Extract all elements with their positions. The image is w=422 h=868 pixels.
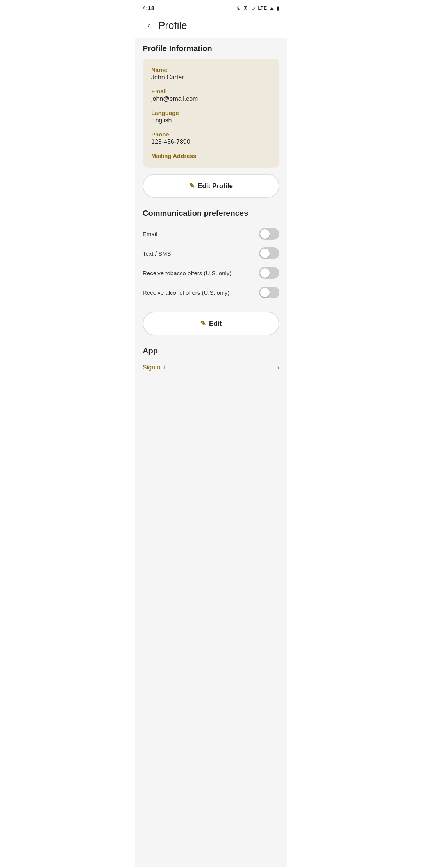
email-label: Email: [151, 88, 271, 95]
shield-icon: ⛨: [243, 5, 248, 11]
status-time: 4:18: [143, 5, 154, 11]
back-icon: ‹: [147, 20, 150, 30]
email-toggle-thumb: [260, 229, 270, 239]
page-title: Profile: [158, 20, 187, 32]
email-pref-row: Email: [143, 224, 279, 244]
edit-comm-label: Edit: [209, 320, 222, 328]
status-bar: 4:18 ⊙ ⛨ ☺ LTE ▲ ▮: [135, 0, 287, 14]
name-value: John Carter: [151, 74, 271, 81]
edit-profile-label: Edit Profile: [198, 182, 233, 190]
phone-label: Phone: [151, 131, 271, 138]
profile-card: Name John Carter Email john@email.com La…: [143, 59, 279, 168]
phone-value: 123-456-7890: [151, 138, 271, 145]
tobacco-pref-row: Receive tobacco offers (U.S. only): [143, 263, 279, 283]
email-pref-toggle[interactable]: [259, 228, 279, 240]
tobacco-toggle-thumb: [260, 268, 270, 278]
edit-pencil-icon: ✎: [200, 319, 206, 328]
profile-info-title: Profile Information: [143, 44, 279, 53]
top-bar: ‹ Profile: [135, 14, 287, 38]
location-icon: ⊙: [236, 5, 241, 11]
chevron-right-icon: ›: [277, 364, 279, 371]
sign-out-row[interactable]: Sign out ›: [143, 360, 279, 375]
sms-toggle-thumb: [260, 249, 270, 258]
sms-pref-row: Text / SMS: [143, 244, 279, 263]
email-value: john@email.com: [151, 95, 271, 102]
sms-pref-toggle[interactable]: [259, 247, 279, 259]
app-section-title: App: [143, 346, 279, 355]
alcohol-toggle-thumb: [260, 288, 270, 297]
sign-out-label: Sign out: [143, 364, 166, 371]
main-content: Profile Information Name John Carter Ema…: [135, 38, 287, 867]
signal-icon: ▲: [269, 5, 274, 11]
battery-icon: ▮: [277, 5, 279, 11]
lte-label: LTE: [258, 5, 267, 11]
tobacco-pref-label: Receive tobacco offers (U.S. only): [143, 270, 231, 276]
name-field: Name John Carter: [151, 66, 271, 81]
mailing-address-field: Mailing Address: [151, 152, 271, 159]
sms-pref-label: Text / SMS: [143, 250, 171, 257]
language-field: Language English: [151, 109, 271, 124]
notification-icon: ☺: [250, 5, 256, 11]
back-button[interactable]: ‹: [141, 18, 157, 33]
alcohol-pref-toggle[interactable]: [259, 287, 279, 298]
communication-preferences-section: Communication preferences Email Text / S…: [143, 209, 279, 302]
alcohol-pref-label: Receive alcohol offers (U.S. only): [143, 289, 229, 296]
email-field: Email john@email.com: [151, 88, 271, 102]
language-value: English: [151, 117, 271, 124]
edit-profile-button[interactable]: ✎ Edit Profile: [143, 174, 279, 198]
email-pref-label: Email: [143, 231, 157, 237]
phone-field: Phone 123-456-7890: [151, 131, 271, 145]
status-icons: ⊙ ⛨ ☺ LTE ▲ ▮: [236, 5, 279, 11]
tobacco-pref-toggle[interactable]: [259, 267, 279, 279]
pencil-icon: ✎: [189, 182, 195, 190]
name-label: Name: [151, 66, 271, 73]
comm-preferences-title: Communication preferences: [143, 209, 279, 218]
language-label: Language: [151, 109, 271, 116]
edit-comm-button[interactable]: ✎ Edit: [143, 312, 279, 335]
app-section: App Sign out ›: [143, 346, 279, 375]
alcohol-pref-row: Receive alcohol offers (U.S. only): [143, 283, 279, 302]
mailing-address-label: Mailing Address: [151, 152, 271, 159]
